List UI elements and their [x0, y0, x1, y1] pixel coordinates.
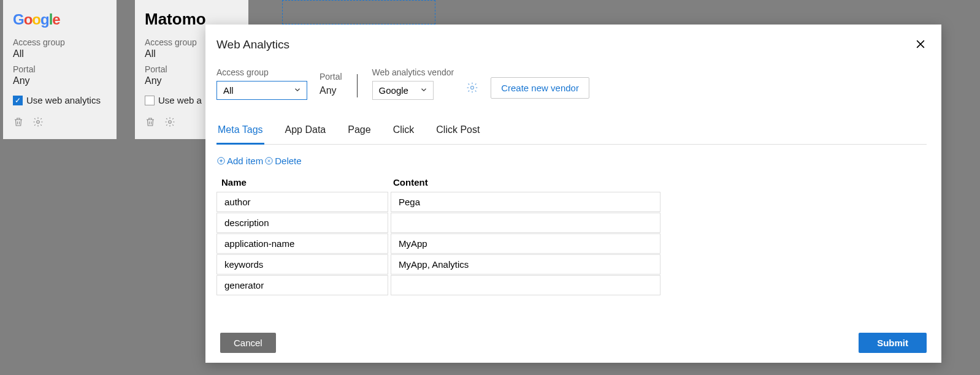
table-toolbar: Add item Delete [216, 156, 927, 166]
access-group-value: All [13, 48, 109, 59]
add-item-label: Add item [227, 156, 263, 166]
vendor-select[interactable]: Google [372, 81, 434, 100]
cell-name[interactable] [216, 213, 388, 233]
plus-circle-icon [216, 156, 226, 165]
cell-name[interactable] [216, 275, 388, 295]
name-input[interactable] [223, 259, 381, 270]
modal-tabs: Meta Tags App Data Page Click Click Post [216, 124, 927, 145]
submit-button[interactable]: Submit [859, 333, 927, 353]
delete-button[interactable]: Delete [264, 156, 301, 166]
delete-label: Delete [275, 156, 301, 166]
vendor-settings-gear-icon[interactable] [466, 81, 478, 96]
content-input[interactable] [397, 259, 654, 270]
content-input[interactable] [397, 196, 654, 208]
access-group-select[interactable]: All [216, 81, 307, 100]
gear-icon[interactable] [164, 116, 175, 129]
meta-tags-table: Name Content [216, 173, 661, 295]
cell-name[interactable] [216, 192, 388, 212]
portal-value: Any [320, 85, 342, 100]
vertical-divider [357, 74, 358, 97]
name-input[interactable] [223, 217, 381, 229]
name-input[interactable] [223, 279, 381, 291]
table-row [216, 275, 661, 295]
col-header-name: Name [216, 173, 388, 191]
modal-footer: Cancel Submit [220, 333, 927, 353]
cell-name[interactable] [216, 254, 388, 275]
web-analytics-modal: Web Analytics Access group All Portal An… [205, 25, 941, 363]
cell-name[interactable] [216, 233, 388, 254]
use-web-analytics-checkbox[interactable]: ✓ [13, 96, 23, 105]
tab-meta-tags[interactable]: Meta Tags [216, 124, 264, 145]
trash-icon[interactable] [145, 116, 156, 129]
cell-content[interactable] [391, 275, 660, 295]
table-row [216, 233, 661, 254]
google-logo: Google [13, 10, 109, 29]
modal-form-row: Access group All Portal Any Web analytic… [216, 67, 927, 100]
drop-target-outline [282, 0, 435, 25]
tab-app-data[interactable]: App Data [284, 124, 327, 144]
table-row [216, 213, 661, 233]
modal-title: Web Analytics [216, 38, 289, 51]
access-group-value: All [223, 85, 234, 96]
cancel-button[interactable]: Cancel [220, 333, 276, 353]
cell-content[interactable] [391, 254, 660, 275]
content-input[interactable] [397, 238, 654, 249]
cell-content[interactable] [391, 233, 660, 254]
portal-label: Portal [320, 72, 342, 81]
name-input[interactable] [223, 196, 381, 208]
create-new-vendor-button[interactable]: Create new vendor [491, 77, 589, 99]
tab-click[interactable]: Click [392, 124, 416, 144]
add-item-button[interactable]: Add item [216, 156, 263, 166]
use-web-analytics-label: Use web analytics [26, 95, 101, 105]
col-header-content: Content [388, 173, 658, 191]
portal-label: Portal [13, 64, 109, 74]
gear-icon[interactable] [33, 116, 44, 129]
svg-point-0 [37, 121, 40, 124]
vendor-card-google[interactable]: Google Access group All Portal Any ✓ Use… [3, 0, 117, 139]
access-group-label: Access group [13, 37, 109, 47]
tab-click-post[interactable]: Click Post [435, 124, 481, 144]
use-web-analytics-checkbox[interactable] [145, 96, 155, 105]
vendor-label: Web analytics vendor [372, 67, 454, 77]
svg-point-2 [471, 86, 474, 89]
cell-content[interactable] [391, 192, 660, 212]
portal-value: Any [13, 75, 109, 86]
cell-content[interactable] [391, 213, 660, 233]
vendor-value: Google [379, 85, 408, 96]
chevron-down-icon [419, 85, 428, 96]
table-row [216, 254, 661, 275]
content-input[interactable] [397, 279, 654, 291]
use-web-analytics-label: Use web a [158, 95, 202, 105]
table-row [216, 192, 661, 212]
name-input[interactable] [223, 238, 381, 249]
svg-point-1 [169, 121, 172, 124]
close-icon[interactable] [914, 38, 927, 53]
x-circle-icon [264, 156, 274, 165]
trash-icon[interactable] [13, 116, 24, 129]
content-input[interactable] [397, 217, 654, 229]
access-group-label: Access group [216, 67, 307, 77]
chevron-down-icon [293, 85, 302, 96]
tab-page[interactable]: Page [346, 124, 372, 144]
